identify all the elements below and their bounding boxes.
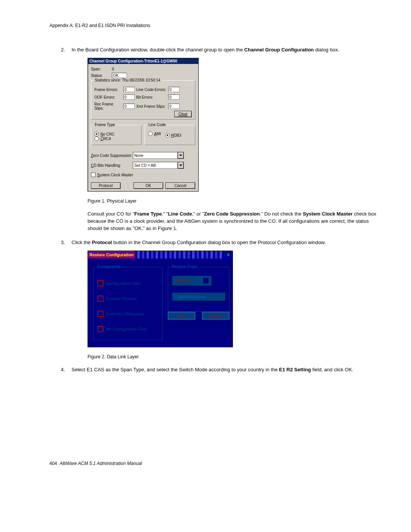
bit-errors-field: 0 [168,94,180,100]
restore-from-group-title: Restore From [170,264,198,269]
frame-errors-label: Frame Errors: [94,88,122,92]
xmt-slips-field: 0 [168,104,180,109]
status-field: OK [112,73,127,78]
step-3-number: 3. [61,239,72,246]
frame-type-group: No CRC CRC4 [91,125,142,145]
crc4-radio[interactable]: CRC4 [94,136,111,141]
line-code-group: AMI HDB3 [145,125,195,145]
oof-errors-field: 0 [123,94,135,100]
chevron-down-icon[interactable] [178,162,184,169]
statistics-group: Frame Errors: 0 Line Code Errors: 0 OOF … [91,80,195,120]
figure-2-caption: Figure 2. Data Link Layer [88,354,377,359]
clear-button[interactable]: Clear [174,111,192,117]
cancel-button[interactable]: Cancel [166,182,195,189]
close-icon[interactable]: X [225,251,232,259]
line-code-errors-label: Line Code Errors: [136,88,167,92]
zcs-dropdown[interactable]: None [133,152,184,159]
rec-slips-field: 0 [123,104,135,109]
step-3-text: Click the Protocol button in the Channel… [72,239,377,246]
span-label: Span: [91,67,112,71]
restore-title: Restore Configuration [88,251,135,259]
restore-from-group: Restore From Sunday c:\altibackup\sun [168,267,229,312]
cd-value: Set CD = AB [133,162,178,169]
restore-cancel-button[interactable]: Cancel [202,312,229,320]
status-label: Status: [91,73,112,78]
zcs-value: None [133,152,178,159]
config-files-checkbox[interactable]: Configuration Files [97,280,158,286]
path-field: c:\altibackup\sun [172,292,225,301]
ami-radio[interactable]: AMI [148,131,161,136]
span-value: 0 [112,67,114,71]
cd-dropdown[interactable]: Set CD = AB [133,162,184,169]
nocrc-radio[interactable]: No CRC [94,132,115,136]
day-value: Sunday [175,278,189,283]
dialog-titlebar: Channel Group Configuration-TritonE1-1@G… [88,58,198,64]
step-3: 3. Click the Protocol button in the Chan… [61,239,377,246]
sp-config-files-checkbox[interactable]: SP Configuration Files [97,326,158,332]
rec-slips-label: Rec Frame Slips: [94,102,122,110]
page-footer: 404 AltiWare ACM 5.1 Administration Manu… [49,461,377,466]
page-number: 404 [49,461,57,466]
components-group: Components Configuration Files Custom Ph… [93,267,162,340]
protocol-button[interactable]: Protocol [91,182,121,189]
zcs-label: Zero Code Suppression: [91,153,133,158]
hdb3-radio[interactable]: HDB3 [165,133,182,137]
step-4-text: Select E1 CAS as the Span Type, and sele… [72,366,377,373]
restore-titlebar: Restore Configuration X [88,251,233,259]
custom-phrases-checkbox[interactable]: Custom Phrases [97,296,158,302]
step-2-number: 2. [61,46,72,53]
extension-messages-checkbox[interactable]: Extension Messages [97,311,158,317]
step-4-number: 4. [61,366,72,373]
step-2: 2. In the Board Configuration window, do… [61,46,377,53]
restore-ok-button[interactable]: OK [168,312,195,320]
manual-title: AltiWare ACM 5.1 Administration Manual [60,461,142,466]
chevron-down-icon[interactable] [203,278,209,284]
figure-1-caption: Figure 1. Physical Layer [88,198,377,204]
chevron-down-icon[interactable] [178,152,184,159]
ok-button[interactable]: OK [134,182,163,189]
day-dropdown[interactable]: Sunday [172,276,212,286]
page-header: Appendix A: E1-R2 and E1 ISDN PRI Instal… [49,23,377,28]
line-code-errors-field: 0 [168,87,180,92]
frame-errors-field: 0 [123,87,135,92]
system-clock-master-checkbox[interactable]: System Clock Master [91,173,133,177]
titlebar-gradient [135,251,224,259]
paragraph-1: Consult your CO for "Frame Type," "Line … [88,211,377,232]
channel-group-dialog: Channel Group Configuration-TritonE1-1@G… [88,58,199,192]
oof-errors-label: OOF Errors: [94,95,122,99]
components-group-title: Components [96,264,122,269]
bit-errors-label: Bit Errors: [136,95,167,99]
cd-label: CD Bits Handling: [91,163,133,168]
step-2-text: In the Board Configuration window, doubl… [72,46,377,53]
step-4: 4. Select E1 CAS as the Span Type, and s… [61,366,377,373]
xmt-slips-label: Xmt Frame Slips: [136,104,167,109]
restore-configuration-dialog: Restore Configuration X Components Confi… [88,251,233,347]
